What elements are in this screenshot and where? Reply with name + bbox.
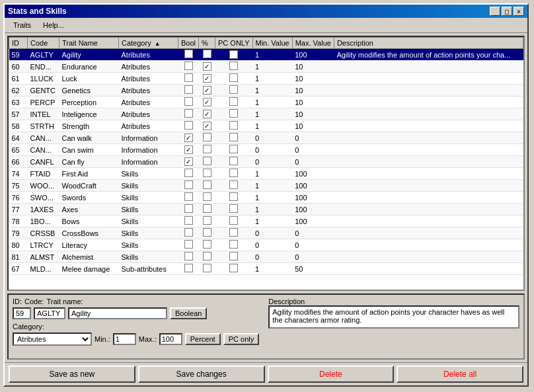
col-header-minval[interactable]: Min. Value bbox=[252, 38, 292, 49]
checkbox-cell[interactable] bbox=[203, 264, 211, 272]
max-input[interactable] bbox=[159, 333, 182, 345]
table-row[interactable]: 57INTELInteligenceAtributes110 bbox=[9, 108, 523, 120]
checkbox-cell[interactable] bbox=[184, 97, 193, 106]
close-button[interactable]: × bbox=[514, 7, 524, 16]
table-row[interactable]: 771AXESAxesSkills1100 bbox=[9, 204, 523, 216]
minimize-button[interactable]: _ bbox=[490, 7, 500, 16]
checkbox-cell[interactable] bbox=[203, 50, 211, 58]
col-header-category[interactable]: Category ▲ bbox=[119, 38, 178, 49]
checkbox-cell[interactable] bbox=[203, 228, 211, 237]
checkbox-cell[interactable] bbox=[203, 62, 211, 71]
table-scroll[interactable]: ID Code Trait Name Category ▲ Bool % PC … bbox=[9, 37, 523, 290]
checkbox-cell[interactable] bbox=[229, 97, 238, 106]
table-row[interactable]: 62GENTCGeneticsAtributes110 bbox=[9, 85, 523, 97]
checkbox-cell[interactable] bbox=[203, 74, 211, 83]
table-row[interactable]: 79CRSSBCrossBowsSkills00 bbox=[9, 227, 523, 239]
pc-only-button[interactable]: PC only bbox=[223, 333, 260, 345]
checkbox-cell[interactable] bbox=[184, 204, 193, 213]
col-header-pct[interactable]: % bbox=[199, 38, 215, 49]
table-row[interactable]: 60END...EnduranceAtributes110 bbox=[9, 61, 523, 73]
checkbox-cell[interactable] bbox=[203, 252, 211, 260]
checkbox-cell[interactable] bbox=[229, 109, 238, 118]
code-input[interactable] bbox=[34, 307, 65, 319]
checkbox-cell[interactable] bbox=[184, 169, 193, 177]
menu-help[interactable]: Help... bbox=[37, 19, 70, 31]
percent-button[interactable]: Percent bbox=[185, 333, 221, 345]
checkbox-cell[interactable] bbox=[203, 157, 211, 165]
col-header-code[interactable]: Code bbox=[28, 38, 59, 49]
checkbox-cell[interactable] bbox=[203, 240, 211, 249]
checkbox-cell[interactable] bbox=[229, 228, 238, 237]
checkbox-cell[interactable] bbox=[184, 145, 193, 154]
save-changes-button[interactable]: Save changes bbox=[138, 366, 265, 383]
table-row[interactable]: 76SWO...SwordsSkills1100 bbox=[9, 192, 523, 204]
table-row[interactable]: 66CANFLCan flyInformation00 bbox=[9, 156, 523, 168]
checkbox-cell[interactable] bbox=[203, 216, 211, 225]
checkbox-cell[interactable] bbox=[203, 192, 211, 201]
checkbox-cell[interactable] bbox=[203, 110, 211, 118]
checkbox-cell[interactable] bbox=[229, 157, 238, 165]
table-row[interactable]: 64CAN...Can walkInformation00 bbox=[9, 132, 523, 144]
checkbox-cell[interactable] bbox=[229, 50, 238, 59]
checkbox-cell[interactable] bbox=[229, 240, 238, 249]
checkbox-cell[interactable] bbox=[184, 216, 193, 225]
checkbox-cell[interactable] bbox=[184, 73, 193, 82]
table-row[interactable]: 59AGLTYAgilityAtributes1100Agility modif… bbox=[9, 49, 523, 61]
checkbox-cell[interactable] bbox=[203, 122, 211, 130]
checkbox-cell[interactable] bbox=[229, 204, 238, 213]
checkbox-cell[interactable] bbox=[229, 133, 238, 141]
checkbox-cell[interactable] bbox=[184, 228, 193, 237]
checkbox-cell[interactable] bbox=[184, 252, 193, 260]
checkbox-cell[interactable] bbox=[229, 180, 238, 189]
table-row[interactable]: 63PERCPPerceptionAtributes110 bbox=[9, 97, 523, 108]
checkbox-cell[interactable] bbox=[184, 109, 193, 118]
checkbox-cell[interactable] bbox=[184, 61, 193, 70]
checkbox-cell[interactable] bbox=[229, 145, 238, 153]
checkbox-cell[interactable] bbox=[229, 85, 238, 94]
min-input[interactable] bbox=[113, 333, 136, 345]
checkbox-cell[interactable] bbox=[184, 264, 193, 272]
checkbox-cell[interactable] bbox=[203, 98, 211, 106]
checkbox-cell[interactable] bbox=[203, 204, 211, 213]
col-header-id[interactable]: ID bbox=[9, 38, 28, 49]
table-row[interactable]: 781BO...BowsSkills1100 bbox=[9, 216, 523, 227]
table-row[interactable]: 58STRTHStrengthAtributes110 bbox=[9, 120, 523, 132]
table-row[interactable]: 74FTAIDFirst AidSkills1100 bbox=[9, 168, 523, 180]
boolean-button[interactable]: Boolean bbox=[170, 307, 207, 319]
maximize-button[interactable]: □ bbox=[502, 7, 512, 16]
checkbox-cell[interactable] bbox=[203, 145, 211, 153]
checkbox-cell[interactable] bbox=[184, 50, 193, 58]
checkbox-cell[interactable] bbox=[229, 121, 238, 130]
menu-traits[interactable]: Traits bbox=[7, 19, 37, 31]
delete-button[interactable]: Delete bbox=[268, 366, 395, 383]
checkbox-cell[interactable] bbox=[203, 86, 211, 95]
checkbox-cell[interactable] bbox=[229, 252, 238, 260]
col-header-maxval[interactable]: Max. Value bbox=[292, 38, 334, 49]
trait-name-input[interactable] bbox=[68, 307, 167, 319]
checkbox-cell[interactable] bbox=[184, 192, 193, 201]
col-header-desc[interactable]: Description bbox=[334, 38, 523, 49]
checkbox-cell[interactable] bbox=[184, 121, 193, 130]
checkbox-cell[interactable] bbox=[184, 157, 193, 166]
checkbox-cell[interactable] bbox=[229, 264, 238, 272]
checkbox-cell[interactable] bbox=[184, 240, 193, 249]
table-row[interactable]: 80LTRCYLiteracySkills00 bbox=[9, 239, 523, 251]
checkbox-cell[interactable] bbox=[203, 133, 211, 141]
checkbox-cell[interactable] bbox=[229, 192, 238, 201]
checkbox-cell[interactable] bbox=[184, 134, 193, 142]
table-row[interactable]: 65CAN...Can swimInformation00 bbox=[9, 144, 523, 156]
table-row[interactable]: 67MLD...Melee damageSub-attributes150 bbox=[9, 263, 523, 275]
checkbox-cell[interactable] bbox=[229, 61, 238, 70]
col-header-name[interactable]: Trait Name bbox=[59, 38, 119, 49]
col-header-pconly[interactable]: PC ONLY bbox=[215, 38, 252, 49]
checkbox-cell[interactable] bbox=[229, 216, 238, 225]
table-row[interactable]: 611LUCKLuckAtributes110 bbox=[9, 73, 523, 85]
checkbox-cell[interactable] bbox=[203, 180, 211, 189]
delete-all-button[interactable]: Delete all bbox=[397, 366, 523, 383]
checkbox-cell[interactable] bbox=[229, 73, 238, 82]
checkbox-cell[interactable] bbox=[203, 169, 211, 177]
checkbox-cell[interactable] bbox=[184, 180, 193, 189]
checkbox-cell[interactable] bbox=[229, 169, 238, 177]
table-row[interactable]: 81ALMSTAlchemistSkills00 bbox=[9, 251, 523, 263]
col-header-bool[interactable]: Bool bbox=[178, 38, 199, 49]
